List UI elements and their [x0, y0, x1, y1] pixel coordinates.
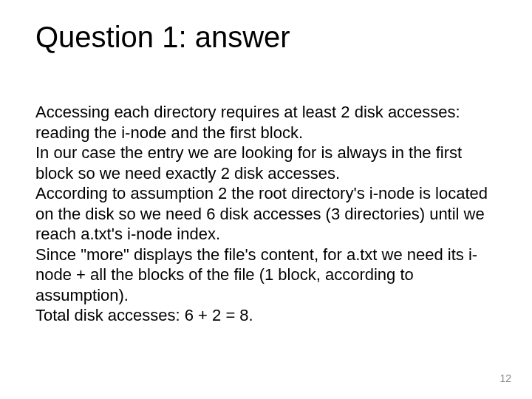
slide-title: Question 1: answer	[35, 21, 290, 53]
slide: Question 1: answer Accessing each direct…	[0, 0, 532, 399]
slide-body: Accessing each directory requires at lea…	[35, 102, 497, 326]
page-number: 12	[499, 372, 511, 384]
